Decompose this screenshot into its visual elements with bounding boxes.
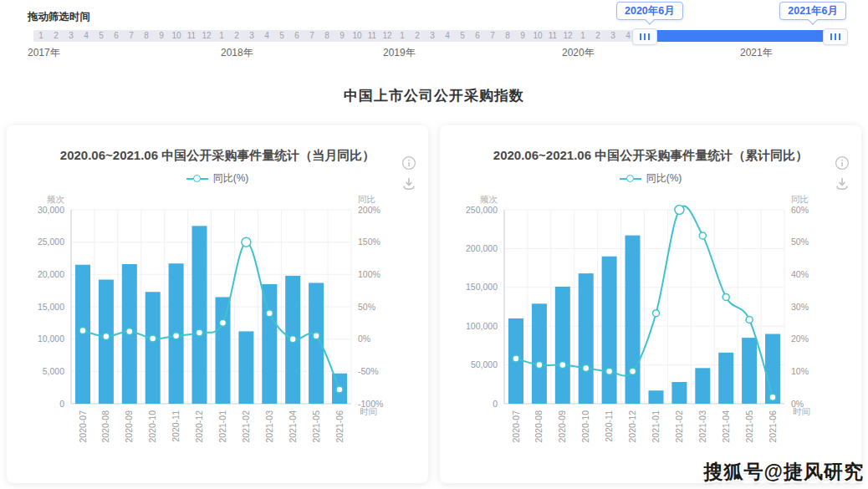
- timeline-month-tick: 6: [109, 30, 124, 42]
- svg-text:2020-10: 2020-10: [147, 410, 157, 443]
- timeline-month-tick: 10: [350, 30, 365, 42]
- info-icon[interactable]: [401, 155, 416, 171]
- bar: [671, 382, 687, 404]
- timeline-month-tick: 1: [214, 30, 229, 42]
- bar: [765, 334, 780, 405]
- timeline-month-tick: 3: [244, 30, 259, 42]
- data-point: [559, 362, 566, 369]
- svg-text:2020-12: 2020-12: [194, 410, 204, 443]
- timeline-year-label: 2020年: [562, 46, 595, 60]
- timeline-month-tick: 2: [229, 30, 244, 42]
- svg-text:2021-04: 2021-04: [288, 410, 298, 443]
- bar: [262, 284, 277, 404]
- timeline-month-tick: 2: [410, 30, 425, 42]
- svg-text:2020-08: 2020-08: [534, 410, 544, 443]
- svg-text:0%: 0%: [358, 334, 370, 344]
- bar: [579, 273, 594, 404]
- bar: [625, 236, 641, 404]
- bar: [695, 368, 710, 404]
- timeline-month-tick: 3: [64, 30, 79, 42]
- data-point: [79, 328, 86, 334]
- timeline-month-tick: 2: [49, 30, 64, 42]
- legend-label: 同比(%): [213, 171, 249, 186]
- svg-text:2021-05: 2021-05: [744, 410, 754, 443]
- svg-text:-50%: -50%: [358, 366, 379, 376]
- data-point: [606, 368, 613, 374]
- timeline-month-tick: 3: [425, 30, 440, 42]
- svg-text:2021-06: 2021-06: [768, 410, 778, 443]
- data-point: [769, 394, 776, 400]
- filter-label: 拖动筛选时间: [28, 10, 90, 24]
- timeline-track[interactable]: 1234567891011121234567891011121234567891…: [33, 30, 847, 42]
- timeline-month-tick: 8: [139, 30, 154, 42]
- timeline-month-tick: 5: [274, 30, 289, 42]
- svg-text:50%: 50%: [358, 302, 375, 312]
- end-date-tooltip: 2021年6月: [779, 2, 846, 20]
- timeline-month-tick: 9: [154, 30, 169, 42]
- data-point: [173, 333, 180, 339]
- svg-text:2021-01: 2021-01: [651, 410, 661, 443]
- data-point: [583, 365, 590, 372]
- bar-line-chart-cumulative[interactable]: 050,000100,000150,000200,000250,0000%10%…: [440, 191, 861, 454]
- svg-text:2020-07: 2020-07: [78, 410, 88, 443]
- timeline-month-tick: 12: [380, 30, 395, 42]
- line-series-legend-icon: [620, 175, 641, 183]
- data-point: [653, 310, 660, 317]
- timeline-month-tick: 7: [304, 30, 319, 42]
- svg-text:10%: 10%: [791, 366, 809, 376]
- data-point: [699, 232, 706, 239]
- timeline-month-tick: 5: [455, 30, 470, 42]
- timeline-month-tick: 11: [545, 30, 560, 42]
- data-point: [197, 329, 203, 336]
- legend-item-yoy[interactable]: 同比(%): [440, 171, 861, 186]
- timeline-month-tick: 4: [259, 30, 274, 42]
- info-icon[interactable]: [835, 155, 850, 171]
- svg-text:频次: 频次: [480, 194, 498, 204]
- svg-text:150,000: 150,000: [466, 282, 498, 292]
- svg-text:50%: 50%: [791, 237, 809, 247]
- timeline-month-tick: 12: [199, 30, 214, 42]
- download-icon[interactable]: [401, 176, 416, 191]
- bar: [602, 257, 617, 404]
- watermark: 搜狐号@捷风研究: [704, 459, 864, 485]
- timeline-handle-left[interactable]: [632, 28, 657, 45]
- svg-text:5,000: 5,000: [43, 366, 64, 376]
- timeline-month-tick: 1: [33, 30, 49, 42]
- bar: [532, 303, 547, 404]
- timeline-month-tick: 1: [395, 30, 410, 42]
- timeline-month-tick: 12: [560, 30, 575, 42]
- svg-text:25,000: 25,000: [38, 237, 64, 247]
- timeline-selected-range[interactable]: [638, 30, 847, 42]
- chart-title: 2020.06~2021.06 中国公开采购事件量统计（当月同比）: [7, 125, 428, 164]
- svg-text:20,000: 20,000: [38, 269, 64, 279]
- timeline-month-tick: 8: [319, 30, 334, 42]
- data-point: [242, 237, 251, 247]
- bar: [238, 331, 253, 404]
- timeline-month-tick: 6: [470, 30, 485, 42]
- bar: [649, 390, 664, 404]
- data-point: [536, 362, 543, 369]
- timeline-month-tick: 3: [605, 30, 620, 42]
- svg-text:2021-02: 2021-02: [674, 410, 684, 443]
- timeline-year-label: 2017年: [28, 46, 60, 60]
- data-point: [126, 328, 133, 334]
- timeline-handle-right[interactable]: [823, 28, 848, 45]
- svg-text:2020-12: 2020-12: [627, 410, 637, 443]
- legend-item-yoy[interactable]: 同比(%): [7, 171, 428, 186]
- chart-title: 2020.06~2021.06 中国公开采购事件量统计（累计同比）: [440, 125, 861, 164]
- svg-text:同比: 同比: [358, 194, 375, 204]
- data-point: [266, 310, 273, 317]
- svg-text:40%: 40%: [791, 269, 809, 279]
- timeline-month-tick: 8: [500, 30, 515, 42]
- download-icon[interactable]: [835, 176, 850, 191]
- legend-label: 同比(%): [646, 171, 682, 186]
- bar-line-chart-monthly[interactable]: 05,00010,00015,00020,00025,00030,000-100…: [7, 191, 428, 454]
- bar: [555, 287, 570, 404]
- svg-text:2021-06: 2021-06: [334, 410, 345, 443]
- timeline-month-tick: 7: [485, 30, 500, 42]
- svg-text:2020-11: 2020-11: [171, 410, 181, 442]
- timeline-month-tick: 10: [530, 30, 545, 42]
- data-point: [289, 336, 296, 343]
- timeline-month-tick: 2: [590, 30, 605, 42]
- svg-text:同比: 同比: [791, 194, 809, 204]
